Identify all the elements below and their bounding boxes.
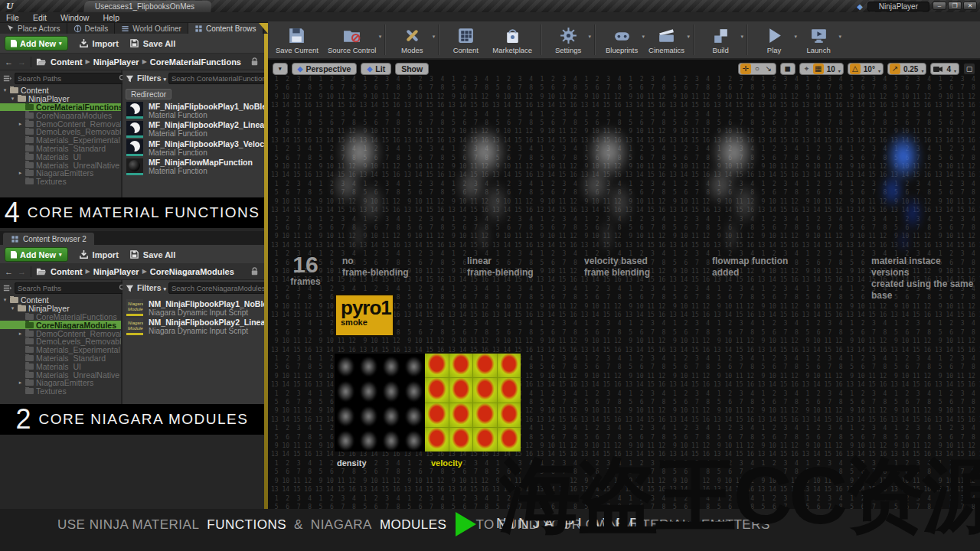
sources-toggle-icon[interactable] (2, 73, 12, 83)
save-all-button[interactable]: Save All (129, 38, 175, 48)
breadcrumb-item[interactable]: NinjaPlayer (93, 267, 139, 276)
minimize-button[interactable]: – (933, 2, 946, 10)
cinematics-button[interactable]: Cinematics ▾ (644, 21, 689, 58)
search-paths-input[interactable] (18, 74, 119, 83)
tab-details[interactable]: Details (67, 23, 116, 34)
asset-search-box[interactable] (168, 282, 264, 294)
perspective-button[interactable]: ◆ Perspective (292, 63, 358, 75)
camera-speed-value[interactable]: 4 (944, 65, 953, 73)
import-button[interactable]: Import (79, 249, 119, 259)
maximize-viewport-icon[interactable]: ▢ (963, 63, 975, 75)
launch-button[interactable]: Launch ▾ (796, 21, 841, 58)
tab-world-outliner[interactable]: World Outliner (115, 23, 188, 34)
filter-chip-redirector[interactable]: Redirector (126, 89, 172, 99)
asset-search-box[interactable] (168, 73, 264, 84)
breadcrumb-item[interactable]: NinjaPlayer (93, 57, 139, 67)
tab-content-browser[interactable]: Content Brows (188, 23, 263, 34)
tree-folder-item[interactable]: Materials_Experimental (0, 136, 121, 145)
search-paths-input[interactable] (18, 284, 119, 292)
level-tab[interactable]: Usecases1_FlipbooksOnMes (83, 1, 212, 12)
tree-folder-item[interactable]: ▾ Content (0, 296, 121, 305)
grid-snap-value[interactable]: 10 (825, 65, 838, 73)
tree-folder-item[interactable]: DemoLevels_Removable (0, 337, 121, 346)
tree-folder-item[interactable]: Materials_UnrealNative (0, 370, 121, 379)
coordinate-system-button[interactable]: ◼ (780, 63, 795, 75)
tree-folder-item[interactable]: Textures (0, 387, 121, 396)
tree-folder-item[interactable]: CoreMaterialFunctions (0, 313, 121, 321)
asset-row[interactable]: MF_NinjaFlowMapFunction Material Functio… (122, 158, 264, 177)
chevron-down-icon[interactable]: ▾ (954, 68, 956, 73)
move-tool-icon[interactable]: ✛ (740, 64, 751, 74)
maximize-button[interactable]: ❐ (948, 2, 962, 10)
show-button[interactable]: Show (395, 63, 429, 75)
breadcrumb-item[interactable]: Content (51, 57, 83, 67)
content-button[interactable]: Content (443, 21, 488, 58)
tree-folder-item[interactable]: Materials_Standard (0, 145, 121, 153)
tree-folder-item[interactable]: Textures (0, 178, 121, 186)
rotation-snap-icon[interactable]: △ (850, 64, 861, 74)
scale-snap-value[interactable]: 0.25 (901, 65, 920, 73)
tree-folder-item[interactable]: Materials_UI (0, 362, 121, 370)
grid-snap-icon[interactable]: ▦ (813, 64, 824, 74)
breadcrumb-item[interactable]: CoreNiagaraModules (150, 267, 234, 276)
blueprints-button[interactable]: Blueprints ▾ (599, 21, 644, 58)
rotation-snap-value[interactable]: 10° (861, 65, 877, 73)
save-current-button[interactable]: Save Current (271, 21, 323, 58)
asset-search-input[interactable] (172, 74, 264, 83)
tree-folder-item[interactable]: ▾ NinjaPlayer (0, 95, 121, 103)
back-button[interactable]: ← (5, 267, 13, 276)
tab-content-browser-2[interactable]: Content Browser 2 (3, 233, 94, 245)
asset-row[interactable]: NM_NinjaFlipbookPlay1_NoBlending Niagara… (122, 298, 264, 318)
add-new-button[interactable]: Add New ▾ (5, 247, 68, 262)
tree-folder-item[interactable]: CoreNiagaraModules (0, 111, 121, 119)
play-button[interactable]: Play ▾ (752, 21, 796, 58)
forward-button[interactable]: → (18, 267, 26, 276)
lock-icon[interactable] (250, 57, 260, 67)
asset-search-input[interactable] (172, 284, 264, 292)
breadcrumb-item[interactable]: Content (51, 267, 83, 276)
menu-window[interactable]: Window (60, 13, 89, 22)
tree-folder-item[interactable]: CoreMaterialFunctions (0, 103, 121, 112)
tree-folder-item[interactable]: Materials_Experimental (0, 346, 121, 354)
tree-folder-item[interactable]: Materials_UI (0, 152, 121, 161)
search-paths-box[interactable] (15, 73, 129, 84)
asset-row[interactable]: MF_NinjaFlipbookPlay3_VelocityBlending M… (122, 139, 264, 158)
import-button[interactable]: Import (79, 38, 119, 48)
menu-help[interactable]: Help (103, 13, 119, 22)
filters-button[interactable]: Filters ▾ (137, 73, 166, 83)
sources-toggle-icon[interactable] (2, 283, 12, 293)
search-paths-box[interactable] (15, 282, 129, 294)
chevron-down-icon[interactable]: ▾ (921, 68, 923, 73)
asset-row[interactable]: NM_NinjaFlipbookPlay2_LinearBlending Nia… (122, 318, 264, 337)
tree-folder-item[interactable]: DemoLevels_Removable (0, 128, 121, 136)
modes-button[interactable]: Modes ▾ (390, 21, 434, 58)
tree-folder-item[interactable]: ▸ NiagaraEmitters (0, 169, 121, 178)
tree-folder-item[interactable]: ▾ NinjaPlayer (0, 305, 121, 313)
scale-snap-icon[interactable]: ↗ (890, 64, 900, 74)
title-bar[interactable]: U Usecases1_FlipbooksOnMes ◆ NinjaPlayer… (0, 0, 980, 12)
rotate-tool-icon[interactable]: ○ (752, 64, 763, 74)
forward-button[interactable]: → (18, 57, 26, 67)
breadcrumb-item[interactable]: CoreMaterialFunctions (150, 57, 241, 67)
add-new-button[interactable]: Add New ▾ (5, 36, 68, 51)
source-control-button[interactable]: Source Control ▾ (323, 21, 381, 58)
scale-tool-icon[interactable]: ↘ (763, 64, 774, 74)
tree-folder-item[interactable]: ▸ NiagaraEmitters (0, 379, 121, 387)
chevron-down-icon[interactable]: ▾ (838, 68, 841, 73)
lock-icon[interactable] (250, 266, 260, 276)
chevron-down-icon[interactable]: ▾ (878, 68, 880, 73)
filters-button[interactable]: Filters ▾ (137, 283, 166, 292)
tree-folder-item[interactable]: Materials_UnrealNative (0, 161, 121, 169)
tree-folder-item[interactable]: ▾ Content (0, 86, 121, 95)
settings-button[interactable]: Settings ▾ (546, 21, 590, 58)
camera-speed-icon[interactable] (933, 64, 943, 73)
save-all-button[interactable]: Save All (129, 249, 175, 259)
menu-edit[interactable]: Edit (33, 13, 47, 22)
back-button[interactable]: ← (5, 57, 13, 67)
build-button[interactable]: Build ▾ (698, 21, 743, 58)
tree-folder-item[interactable]: CoreNiagaraModules (0, 321, 121, 329)
close-button[interactable]: ✕ (963, 2, 977, 10)
tab-place-actors[interactable]: Place Actors (0, 23, 67, 34)
asset-row[interactable]: MF_NinjaFlipbookPlay1_NoBlending Materia… (122, 101, 264, 120)
lit-button[interactable]: ◆ Lit (361, 63, 391, 75)
